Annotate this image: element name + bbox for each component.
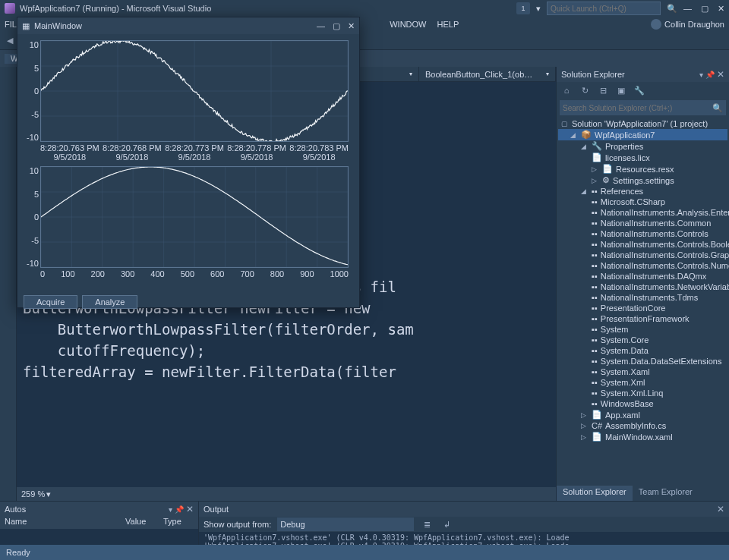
tree-ref[interactable]: ▪▪ PresentationFramework (558, 313, 727, 324)
autos-header: Autos ▾ 📌 ✕ (0, 502, 198, 517)
tree-item[interactable]: ▷📄 App.xaml (558, 409, 727, 420)
se-collapse-icon[interactable]: ⊟ (596, 83, 610, 97)
left-dock (0, 67, 17, 501)
minimize-button[interactable]: — (683, 4, 692, 14)
acquire-button[interactable]: Acquire (24, 295, 77, 309)
tree-ref[interactable]: ▪▪ NationalInstruments.Analysis.Enterpri… (558, 207, 727, 218)
se-refresh-icon[interactable]: ↻ (578, 83, 592, 97)
tree-ref[interactable]: ▪▪ NationalInstruments.Controls.Booleans (558, 239, 727, 250)
tree-ref[interactable]: ▪▪ NationalInstruments.Controls.Numerics (558, 260, 727, 271)
se-toolbar: ⌂ ↻ ⊟ ▣ 🔧 (557, 82, 729, 99)
close-button[interactable]: ✕ (718, 4, 724, 14)
tree-ref[interactable]: ▪▪ System.Xaml (558, 367, 727, 377)
col-type: Type (163, 517, 194, 529)
pin-icon[interactable]: ▾ 📌 (699, 71, 715, 79)
mw-minimize[interactable]: — (317, 21, 325, 31)
tree-ref[interactable]: ▪▪ System.Data.DataSetExtensions (558, 356, 727, 367)
vs-logo-icon (5, 3, 15, 14)
menu-window[interactable]: WINDOW (390, 20, 426, 29)
output-wrap-icon[interactable]: ↲ (440, 518, 453, 531)
chart-filtered-signal: 1050-5-10 010020030040050060070080090010… (24, 163, 353, 286)
tree-ref[interactable]: ▪▪ System.Core (558, 335, 727, 345)
pin-icon[interactable]: ▾ 📌 (169, 505, 184, 514)
vs-title-bar: WpfApplication7 (Running) - Microsoft Vi… (0, 0, 729, 17)
tree-references[interactable]: ◢▪▪ References (558, 186, 727, 197)
notification-badge[interactable]: 1 (516, 2, 530, 14)
mw-close[interactable]: ✕ (348, 21, 355, 31)
panel-close-icon[interactable]: ✕ (717, 69, 724, 80)
tab-team-explorer[interactable]: Team Explorer (633, 486, 699, 501)
se-showall-icon[interactable]: ▣ (614, 83, 628, 97)
user-account[interactable]: Collin Draughon (651, 19, 724, 30)
status-bar: Ready (0, 545, 729, 560)
tree-item[interactable]: ▷📄 Resources.resx (558, 163, 727, 175)
app-icon: ▦ (22, 21, 30, 31)
solution-explorer-header: Solution Explorer ▾ 📌 ✕ (557, 67, 729, 82)
user-avatar-icon (651, 19, 661, 30)
tree-item[interactable]: ▷📄 MainWindow.xaml (558, 431, 727, 442)
col-name: Name (5, 517, 125, 529)
down-caret-icon[interactable]: ▾ (536, 4, 541, 14)
tree-ref[interactable]: ▪▪ System.Xml.Linq (558, 388, 727, 398)
col-value: Value (125, 517, 163, 529)
tree-ref[interactable]: ▪▪ WindowsBase (558, 398, 727, 409)
tree-ref[interactable]: ▪▪ System.Xml (558, 377, 727, 388)
tree-ref[interactable]: ▪▪ System (558, 324, 727, 335)
analyze-button[interactable]: Analyze (82, 295, 137, 309)
panel-close-icon[interactable]: ✕ (717, 504, 724, 514)
zoom-level[interactable]: 259 % (21, 489, 45, 499)
panel-close-icon[interactable]: ✕ (186, 504, 194, 514)
output-source-dropdown[interactable]: Debug (277, 518, 414, 531)
output-clear-icon[interactable]: ≣ (420, 518, 434, 531)
mw-maximize[interactable]: ▢ (333, 21, 340, 31)
chart-raw-signal: 1050-5-10 8:28:20.763 PM 9/5/20188:28:20… (24, 37, 353, 160)
tree-ref[interactable]: ▪▪ NationalInstruments.Tdms (558, 292, 727, 303)
tree-ref[interactable]: ▪▪ Microsoft.CSharp (558, 197, 727, 207)
user-name: Collin Draughon (664, 20, 724, 29)
se-props-icon[interactable]: 🔧 (633, 83, 646, 97)
se-search[interactable]: 🔍 (560, 100, 726, 115)
output-label: Show output from: (204, 520, 271, 529)
mainwindow-titlebar[interactable]: ▦ MainWindow — ▢ ✕ (17, 17, 359, 34)
member-dropdown[interactable]: BooleanButton_Click_1(ob… (419, 67, 556, 81)
tree-project[interactable]: ◢📦 WpfApplication7 (558, 129, 727, 140)
solution-tree[interactable]: ▢Solution 'WpfApplication7' (1 project) … (557, 117, 729, 486)
menu-help[interactable]: HELP (437, 20, 459, 29)
window-title: WpfApplication7 (Running) - Microsoft Vi… (20, 4, 211, 13)
tree-item[interactable]: ▷⚙ Settings.settings (558, 175, 727, 186)
tree-ref[interactable]: ▪▪ NationalInstruments.Controls (558, 228, 727, 239)
tab-solution-explorer[interactable]: Solution Explorer (557, 486, 633, 501)
tree-ref[interactable]: ▪▪ PresentationCore (558, 303, 727, 313)
mainwindow-app: ▦ MainWindow — ▢ ✕ 1050-5-10 8:28:20.763… (17, 17, 360, 308)
se-home-icon[interactable]: ⌂ (560, 83, 573, 97)
tree-ref[interactable]: ▪▪ NationalInstruments.Controls.Graphs (558, 250, 727, 260)
search-icon: 🔍 (712, 103, 723, 113)
tree-properties[interactable]: ◢🔧 Properties (558, 140, 727, 152)
tree-ref[interactable]: ▪▪ NationalInstruments.Common (558, 218, 727, 228)
tree-ref[interactable]: ▪▪ NationalInstruments.NetworkVariable (558, 282, 727, 292)
output-header: Output ✕ (199, 502, 729, 517)
quick-launch-input[interactable] (547, 2, 661, 15)
restore-button[interactable]: ▢ (701, 4, 708, 14)
tree-item[interactable]: ▷C# AssemblyInfo.cs (558, 420, 727, 431)
se-search-input[interactable] (563, 104, 712, 112)
mainwindow-title: MainWindow (34, 21, 82, 30)
tree-ref[interactable]: ▪▪ System.Data (558, 345, 727, 356)
search-icon[interactable]: 🔍 (667, 4, 677, 14)
tree-solution[interactable]: ▢Solution 'WpfApplication7' (1 project) (558, 118, 727, 129)
nav-back-icon[interactable]: ◀ (3, 34, 17, 48)
tree-ref[interactable]: ▪▪ NationalInstruments.DAQmx (558, 271, 727, 282)
tree-item[interactable]: 📄 licenses.licx (558, 152, 727, 163)
